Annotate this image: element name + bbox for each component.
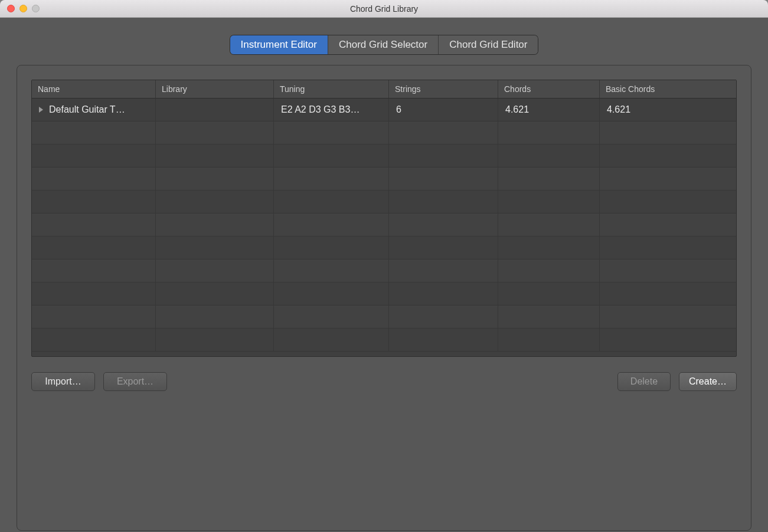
- window: Chord Grid Library Instrument Editor Cho…: [0, 0, 768, 532]
- table-row: [32, 237, 736, 260]
- tab-instrument-editor[interactable]: Instrument Editor: [230, 35, 328, 54]
- cell-library: [156, 98, 274, 121]
- close-icon[interactable]: [7, 5, 15, 12]
- table-row[interactable]: Default Guitar T… E2 A2 D3 G3 B3… 6 4.62…: [32, 98, 736, 121]
- cell-chords: 4.621: [498, 98, 600, 121]
- table-row: [32, 283, 736, 306]
- col-strings[interactable]: Strings: [389, 80, 498, 98]
- cell-name-text: Default Guitar T…: [49, 104, 125, 115]
- import-button[interactable]: Import…: [31, 372, 95, 391]
- table-row: [32, 121, 736, 145]
- create-button[interactable]: Create…: [679, 372, 737, 391]
- col-name[interactable]: Name: [32, 80, 156, 98]
- table-row: [32, 306, 736, 329]
- instrument-table: Name Library Tuning Strings Chords Basic…: [31, 80, 737, 357]
- table-header: Name Library Tuning Strings Chords Basic…: [32, 80, 736, 98]
- minimize-icon[interactable]: [19, 5, 27, 12]
- col-library[interactable]: Library: [156, 80, 274, 98]
- table-row: [32, 145, 736, 168]
- left-buttons: Import… Export…: [31, 372, 167, 391]
- col-chords[interactable]: Chords: [498, 80, 600, 98]
- tab-group: Instrument Editor Chord Grid Selector Ch…: [230, 35, 538, 54]
- titlebar: Chord Grid Library: [0, 0, 768, 18]
- table-body: Default Guitar T… E2 A2 D3 G3 B3… 6 4.62…: [32, 98, 736, 356]
- delete-button: Delete: [617, 372, 671, 391]
- table-row: [32, 329, 736, 352]
- table-row: [32, 214, 736, 237]
- window-title: Chord Grid Library: [0, 4, 768, 14]
- tab-chord-grid-selector[interactable]: Chord Grid Selector: [328, 35, 439, 54]
- right-buttons: Delete Create…: [617, 372, 737, 391]
- export-button: Export…: [103, 372, 167, 391]
- cell-name: Default Guitar T…: [32, 98, 156, 121]
- maximize-icon: [32, 5, 40, 12]
- tab-bar: Instrument Editor Chord Grid Selector Ch…: [17, 35, 751, 54]
- button-row: Import… Export… Delete Create…: [31, 372, 737, 391]
- tab-chord-grid-editor[interactable]: Chord Grid Editor: [439, 35, 538, 54]
- table-row: [32, 168, 736, 191]
- content-area: Instrument Editor Chord Grid Selector Ch…: [0, 18, 768, 532]
- traffic-lights: [7, 5, 40, 12]
- table-row: [32, 260, 736, 283]
- cell-tuning: E2 A2 D3 G3 B3…: [274, 98, 389, 121]
- panel: Name Library Tuning Strings Chords Basic…: [17, 65, 751, 531]
- cell-basic-chords: 4.621: [600, 98, 736, 121]
- cell-strings: 6: [389, 98, 498, 121]
- table-row: [32, 191, 736, 214]
- col-tuning[interactable]: Tuning: [274, 80, 389, 98]
- col-basic-chords[interactable]: Basic Chords: [600, 80, 736, 98]
- disclosure-triangle-icon[interactable]: [39, 107, 43, 113]
